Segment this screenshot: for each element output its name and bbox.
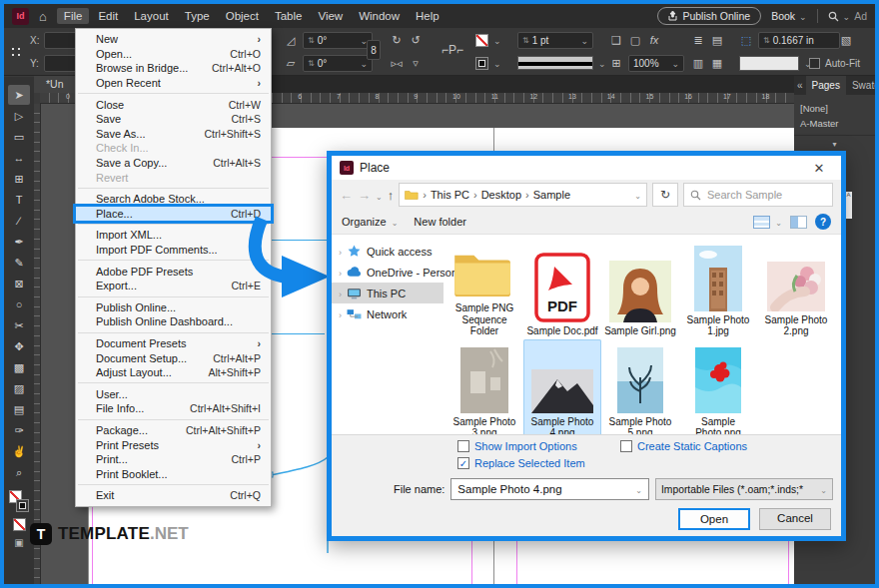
menubar-item-type[interactable]: Type: [178, 8, 217, 24]
refresh-icon[interactable]: [652, 183, 678, 207]
rotate-cw-icon[interactable]: ↻: [390, 34, 404, 47]
type-tool-icon[interactable]: T: [8, 190, 30, 210]
frame-fitting-icon[interactable]: ▢: [628, 34, 642, 47]
constrain-link-icon[interactable]: 8: [367, 40, 381, 60]
gap-width-field[interactable]: ⇅0.1667 in: [758, 32, 840, 49]
publish-online-button[interactable]: Publish Online: [657, 7, 761, 25]
distribute-icon[interactable]: ▦: [710, 57, 724, 70]
paper-swatch-dropdown[interactable]: [739, 56, 799, 71]
file-item-sample-photo-1-jpg[interactable]: Sample Photo 1.jpg: [679, 238, 757, 339]
collapse-panel-icon[interactable]: [794, 80, 806, 91]
checked-checkbox-icon[interactable]: ✓: [457, 457, 469, 469]
sidebar-item-this-pc[interactable]: This PC: [332, 283, 443, 303]
menu-item-user[interactable]: User...: [76, 386, 271, 401]
file-name-input[interactable]: Sample Photo 4.png: [450, 478, 649, 500]
effects-icon[interactable]: fx: [647, 34, 661, 46]
menu-item-print-booklet[interactable]: Print Booklet...: [76, 466, 271, 481]
recent-locations-icon[interactable]: [376, 186, 383, 204]
line-tool-icon[interactable]: ∕: [8, 211, 30, 231]
help-icon[interactable]: ?: [815, 214, 831, 230]
file-item-sample-photo-2-png[interactable]: Sample Photo 2.png: [757, 238, 835, 339]
menubar-item-file[interactable]: File: [57, 8, 90, 24]
rotation-field[interactable]: ⇅0°: [303, 32, 373, 49]
option-show-import-options[interactable]: Show Import Options: [457, 440, 577, 452]
direct-selection-tool-icon[interactable]: ▷: [8, 106, 30, 126]
zoom-tool-icon[interactable]: ⌕: [8, 462, 30, 482]
align-icon[interactable]: ▥: [691, 57, 705, 70]
menubar-item-table[interactable]: Table: [268, 8, 310, 24]
menu-item-package[interactable]: Package...Ctrl+Alt+Shift+P: [76, 423, 271, 438]
document-tab[interactable]: *Un: [34, 76, 76, 93]
note-tool-icon[interactable]: ▤: [8, 399, 30, 419]
file-type-dropdown[interactable]: Importable Files (*.oam;*.inds;*: [655, 478, 833, 500]
menu-item-exit[interactable]: ExitCtrl+Q: [76, 488, 271, 503]
file-item-sample-doc-pdf[interactable]: PDFSample Doc.pdf: [523, 238, 601, 339]
menu-item-open-recent[interactable]: Open Recent: [76, 76, 271, 91]
home-icon[interactable]: ⌂: [39, 9, 47, 24]
stroke-style-dropdown[interactable]: [517, 56, 593, 70]
menubar-item-object[interactable]: Object: [219, 8, 266, 24]
master-item-none[interactable]: [None]: [800, 101, 875, 116]
close-icon[interactable]: [805, 161, 833, 176]
file-item-sample-photo-3-png[interactable]: Sample Photo 3.png: [445, 339, 523, 435]
chevron-down-icon[interactable]: [598, 58, 606, 69]
file-item-sample-photo-5-png[interactable]: Sample Photo 5.png: [601, 339, 679, 435]
file-item-sample-png-sequence-folder[interactable]: Sample PNG Sequence Folder: [445, 238, 523, 339]
file-item-sample-girl-png[interactable]: Sample Girl.png: [601, 238, 679, 339]
option-replace-selected-item[interactable]: ✓Replace Selected Item: [457, 457, 585, 469]
fill-swatch[interactable]: [475, 57, 488, 70]
unchecked-checkbox-icon[interactable]: [457, 440, 469, 452]
free-transform-tool-icon[interactable]: ✥: [8, 336, 30, 356]
expand-chevron-icon[interactable]: [339, 246, 342, 258]
gradient-feather-tool-icon[interactable]: ▨: [8, 378, 30, 398]
object-styles-icon[interactable]: ▧: [839, 34, 853, 47]
menubar-item-edit[interactable]: Edit: [91, 8, 125, 24]
organize-dropdown[interactable]: Organize: [342, 216, 398, 228]
page-tool-icon[interactable]: ▭: [8, 127, 30, 147]
menu-item-new[interactable]: New: [76, 32, 271, 47]
option-create-static-captions[interactable]: Create Static Captions: [620, 440, 747, 452]
content-collector-tool-icon[interactable]: ⊞: [8, 169, 30, 189]
breadcrumb[interactable]: This PCDesktopSample: [399, 183, 647, 207]
flip-horizontal-icon[interactable]: ▹◃: [390, 57, 404, 70]
menu-item-save-as[interactable]: Save As...Ctrl+Shift+S: [76, 127, 271, 142]
sidebar-item-onedrive-personal[interactable]: OneDrive - Personal: [332, 262, 443, 283]
corner-options-icon[interactable]: ❑: [609, 34, 623, 47]
file-item-sample-photo-4-png[interactable]: Sample Photo 4.png: [523, 339, 601, 435]
stroke-none-swatch[interactable]: [475, 34, 488, 47]
menu-item-close[interactable]: CloseCtrl+W: [76, 97, 271, 112]
menu-item-search-adobe-stock[interactable]: Search Adobe Stock...: [76, 192, 271, 207]
scissors-tool-icon[interactable]: ✂: [8, 315, 30, 335]
expand-chevron-icon[interactable]: [339, 308, 342, 320]
rectangle-frame-tool-icon[interactable]: ⊠: [8, 274, 30, 294]
rotate-ccw-icon[interactable]: ↺: [409, 34, 423, 47]
forward-icon[interactable]: [358, 188, 371, 203]
menu-item-document-setup[interactable]: Document Setup...Ctrl+Alt+P: [76, 350, 271, 365]
unchecked-checkbox-icon[interactable]: [620, 440, 632, 452]
sidebar-item-quick-access[interactable]: Quick access: [332, 241, 443, 262]
text-wrap-options-icon[interactable]: ▤: [710, 34, 724, 47]
menubar-item-help[interactable]: Help: [409, 8, 446, 24]
gradient-swatch-tool-icon[interactable]: ▩: [8, 357, 30, 377]
menu-item-print-presets[interactable]: Print Presets: [76, 437, 271, 452]
breadcrumb-dropdown-icon[interactable]: [634, 189, 641, 201]
hand-tool-icon[interactable]: ✌: [8, 441, 30, 461]
menubar-item-view[interactable]: View: [311, 8, 350, 24]
menubar-item-window[interactable]: Window: [352, 8, 407, 24]
autofit-checkbox[interactable]: [809, 58, 820, 69]
vertical-ruler[interactable]: [34, 104, 41, 584]
breadcrumb-segment-sample[interactable]: Sample: [533, 189, 570, 201]
flip-vertical-icon[interactable]: ▿: [409, 57, 423, 70]
dialog-title-bar[interactable]: Id Place: [332, 156, 841, 180]
pencil-tool-icon[interactable]: ✎: [8, 253, 30, 273]
expand-chevron-icon[interactable]: [339, 288, 342, 299]
chevron-down-icon[interactable]: [493, 58, 501, 69]
shear-field[interactable]: ⇅0°: [303, 55, 373, 72]
search-input[interactable]: Search Sample: [683, 183, 833, 207]
chevron-down-icon[interactable]: [493, 35, 501, 46]
menu-item-browse-in-bridge[interactable]: Browse in Bridge...Ctrl+Alt+O: [76, 61, 271, 76]
new-folder-button[interactable]: New folder: [414, 216, 466, 228]
preview-pane-icon[interactable]: [790, 216, 807, 229]
ellipse-tool-icon[interactable]: ○: [8, 294, 30, 314]
breadcrumb-segment-this-pc[interactable]: This PC: [431, 189, 469, 201]
